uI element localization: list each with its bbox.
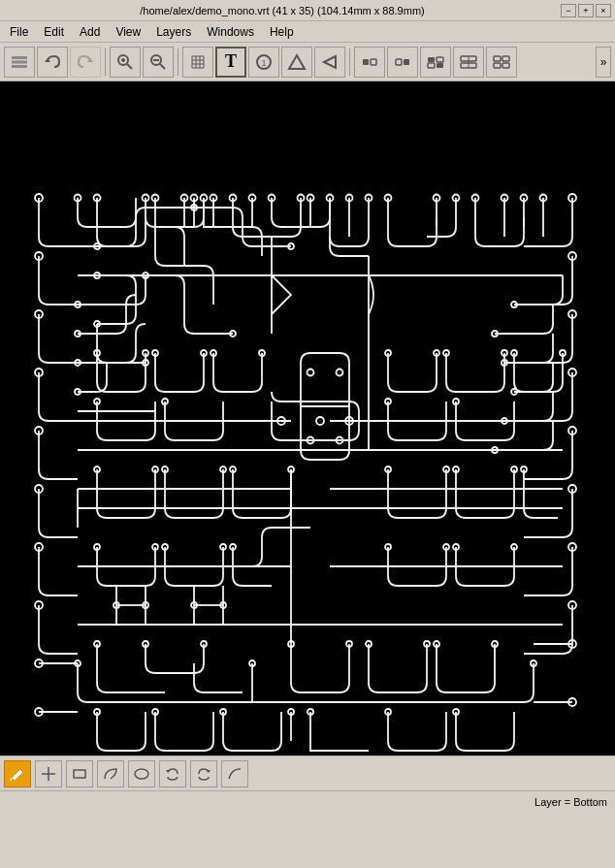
menu-layers[interactable]: Layers — [148, 23, 199, 41]
arrow-left-button[interactable] — [314, 47, 345, 78]
toolbar-expand-button[interactable]: » — [596, 47, 611, 78]
redo-button[interactable] — [70, 47, 101, 78]
sep2 — [178, 48, 178, 76]
layers-icon — [10, 52, 29, 72]
cross-button[interactable] — [35, 760, 62, 788]
svg-rect-31 — [437, 63, 443, 68]
rotate-right-icon — [195, 765, 212, 783]
tool4-icon — [459, 52, 478, 72]
svg-line-168 — [11, 778, 12, 781]
pcb-canvas-area[interactable] — [0, 81, 615, 755]
svg-marker-174 — [206, 770, 210, 773]
zoom-out-button[interactable] — [143, 47, 174, 78]
svg-rect-36 — [502, 56, 509, 61]
svg-rect-25 — [371, 59, 376, 65]
text-button[interactable]: T — [215, 47, 246, 78]
svg-marker-23 — [324, 56, 336, 68]
undo-icon — [43, 52, 62, 72]
arrow-left-icon — [320, 52, 340, 72]
svg-rect-0 — [12, 56, 27, 59]
svg-rect-2 — [12, 65, 27, 68]
tool2-button[interactable] — [387, 47, 418, 78]
tool1-icon — [360, 52, 379, 72]
svg-rect-27 — [404, 59, 409, 65]
svg-marker-22 — [289, 55, 305, 69]
pencil-icon — [9, 765, 26, 783]
bottom-toolbar — [0, 755, 615, 790]
svg-rect-35 — [494, 56, 501, 61]
tool4-button[interactable] — [453, 47, 484, 78]
window-title: /home/alex/demo_mono.vrt (41 x 35) (104.… — [4, 5, 561, 16]
menu-file[interactable]: File — [2, 23, 36, 41]
title-bar: /home/alex/demo_mono.vrt (41 x 35) (104.… — [0, 0, 615, 21]
tool2-icon — [393, 52, 412, 72]
rotate-left-icon — [164, 765, 181, 783]
sep3 — [349, 48, 350, 76]
zoom-out-icon — [148, 52, 168, 72]
menu-windows[interactable]: Windows — [199, 23, 262, 41]
curve-icon — [226, 765, 243, 783]
svg-rect-24 — [363, 59, 369, 65]
zoom-in-button[interactable] — [110, 47, 141, 78]
oval-button[interactable] — [128, 760, 155, 788]
arc-button[interactable] — [97, 760, 124, 788]
rect-button[interactable] — [66, 760, 93, 788]
svg-rect-29 — [428, 63, 435, 68]
svg-line-8 — [127, 64, 132, 69]
menu-add[interactable]: Add — [72, 23, 108, 41]
redo-icon — [76, 52, 95, 72]
close-button[interactable]: × — [596, 4, 611, 17]
text-icon: T — [225, 51, 237, 72]
tool5-button[interactable] — [486, 47, 517, 78]
menu-edit[interactable]: Edit — [36, 23, 72, 41]
tool5-icon — [492, 52, 511, 72]
svg-rect-30 — [437, 57, 443, 62]
triangle-icon — [287, 52, 307, 72]
minimize-button[interactable]: − — [561, 4, 576, 17]
svg-rect-1 — [12, 60, 27, 63]
tool3-button[interactable] — [420, 47, 451, 78]
triangle-button[interactable] — [281, 47, 312, 78]
pcb-canvas — [0, 81, 615, 755]
svg-line-11 — [160, 64, 165, 69]
menu-view[interactable]: View — [108, 23, 148, 41]
menu-help[interactable]: Help — [262, 23, 302, 41]
maximize-button[interactable]: + — [578, 4, 594, 17]
svg-text:1: 1 — [261, 58, 266, 68]
zoom-in-icon — [115, 52, 135, 72]
svg-point-172 — [135, 769, 148, 779]
rotate-right-button[interactable] — [190, 760, 217, 788]
main-toolbar: T 1 — [0, 43, 615, 81]
svg-rect-38 — [502, 63, 509, 68]
rect-icon — [71, 765, 88, 783]
tool1-button[interactable] — [354, 47, 385, 78]
svg-rect-28 — [428, 57, 435, 62]
svg-rect-26 — [396, 59, 402, 65]
circle-number-icon: 1 — [254, 52, 274, 72]
expand-icon: » — [600, 55, 607, 69]
circle-number-button[interactable]: 1 — [248, 47, 279, 78]
svg-rect-171 — [74, 770, 85, 778]
grid-button[interactable] — [182, 47, 213, 78]
svg-rect-39 — [0, 81, 615, 755]
grid-icon — [188, 52, 208, 72]
window-controls: − + × — [561, 4, 611, 17]
tool3-icon — [426, 52, 445, 72]
status-bar: Layer = Bottom — [0, 790, 615, 812]
pencil-button[interactable] — [4, 760, 31, 788]
sep1 — [105, 48, 106, 76]
svg-marker-173 — [166, 770, 171, 773]
layer-status: Layer = Bottom — [534, 796, 607, 808]
menu-bar: File Edit Add View Layers Windows Help — [0, 21, 615, 43]
oval-icon — [133, 765, 150, 783]
rotate-left-button[interactable] — [159, 760, 186, 788]
svg-rect-37 — [494, 63, 501, 68]
layers-button[interactable] — [4, 47, 35, 78]
curve-button[interactable] — [221, 760, 248, 788]
undo-button[interactable] — [37, 47, 68, 78]
arc-icon — [102, 765, 119, 783]
cross-icon — [40, 765, 57, 783]
